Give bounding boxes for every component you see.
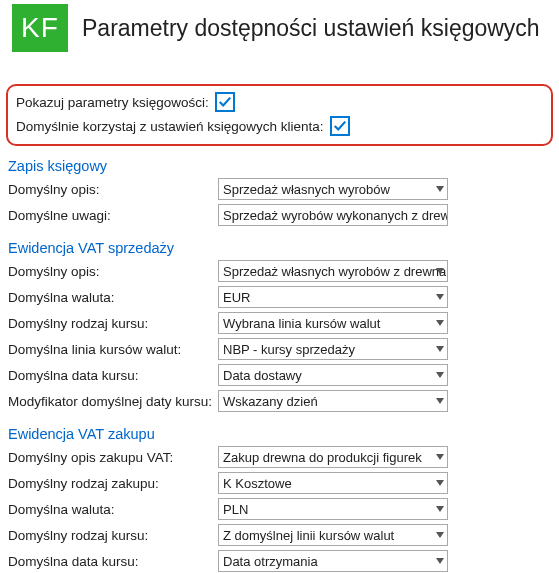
- vat-sale-desc-combo[interactable]: Sprzedaż własnych wyrobów z drewna: [218, 260, 448, 282]
- vat-purchase-rate-type-combo[interactable]: Z domyślnej linii kursów walut: [218, 524, 448, 546]
- zapis-default-desc-label: Domyślny opis:: [8, 182, 218, 197]
- vat-sale-rate-type-combo[interactable]: Wybrana linia kursów walut: [218, 312, 448, 334]
- zapis-default-notes-label: Domyślne uwagi:: [8, 208, 218, 223]
- section-vat-purchase: Ewidencja VAT zakupu Domyślny opis zakup…: [0, 418, 559, 573]
- vat-purchase-type-combo[interactable]: K Kosztowe: [218, 472, 448, 494]
- section-zapis: Zapis księgowy Domyślny opis: Sprzedaż w…: [0, 150, 559, 232]
- vat-sale-desc-label: Domyślny opis:: [8, 264, 218, 279]
- vat-purchase-rate-date-label: Domyślna data kursu:: [8, 554, 218, 569]
- section-title-vat-sale: Ewidencja VAT sprzedaży: [8, 240, 551, 256]
- vat-purchase-desc-combo[interactable]: Zakup drewna do produkcji figurek: [218, 446, 448, 468]
- vat-sale-rate-type-label: Domyślny rodzaj kursu:: [8, 316, 218, 331]
- vat-purchase-rate-type-label: Domyślny rodzaj kursu:: [8, 528, 218, 543]
- section-title-zapis: Zapis księgowy: [8, 158, 551, 174]
- highlighted-options: Pokazuj parametry księgowości: Domyślnie…: [6, 84, 553, 146]
- header: KF Parametry dostępności ustawień księgo…: [0, 0, 559, 56]
- vat-sale-currency-label: Domyślna waluta:: [8, 290, 218, 305]
- check-icon: [333, 119, 347, 133]
- vat-sale-rate-line-combo[interactable]: NBP - kursy sprzedaży: [218, 338, 448, 360]
- show-params-checkbox[interactable]: [215, 92, 235, 112]
- use-client-settings-label: Domyślnie korzystaj z ustawień księgowyc…: [16, 119, 324, 134]
- use-client-settings-checkbox[interactable]: [330, 116, 350, 136]
- check-icon: [218, 95, 232, 109]
- show-params-label: Pokazuj parametry księgowości:: [16, 95, 209, 110]
- vat-sale-rate-line-label: Domyślna linia kursów walut:: [8, 342, 218, 357]
- vat-purchase-rate-date-combo[interactable]: Data otrzymania: [218, 550, 448, 572]
- vat-purchase-desc-label: Domyślny opis zakupu VAT:: [8, 450, 218, 465]
- zapis-default-desc-combo[interactable]: Sprzedaż własnych wyrobów: [218, 178, 448, 200]
- zapis-default-notes-input[interactable]: Sprzedaż wyrobów wykonanych z drewna: [218, 204, 448, 226]
- vat-purchase-type-label: Domyślny rodzaj zakupu:: [8, 476, 218, 491]
- vat-sale-rate-mod-label: Modyfikator domyślnej daty kursu:: [8, 394, 218, 409]
- vat-sale-rate-mod-combo[interactable]: Wskazany dzień: [218, 390, 448, 412]
- app-logo: KF: [12, 4, 68, 52]
- section-vat-sale: Ewidencja VAT sprzedaży Domyślny opis: S…: [0, 232, 559, 418]
- vat-purchase-currency-label: Domyślna waluta:: [8, 502, 218, 517]
- vat-sale-currency-combo[interactable]: EUR: [218, 286, 448, 308]
- vat-sale-rate-date-label: Domyślna data kursu:: [8, 368, 218, 383]
- page-title: Parametry dostępności ustawień księgowyc…: [82, 15, 540, 42]
- vat-purchase-currency-combo[interactable]: PLN: [218, 498, 448, 520]
- vat-sale-rate-date-combo[interactable]: Data dostawy: [218, 364, 448, 386]
- section-title-vat-purchase: Ewidencja VAT zakupu: [8, 426, 551, 442]
